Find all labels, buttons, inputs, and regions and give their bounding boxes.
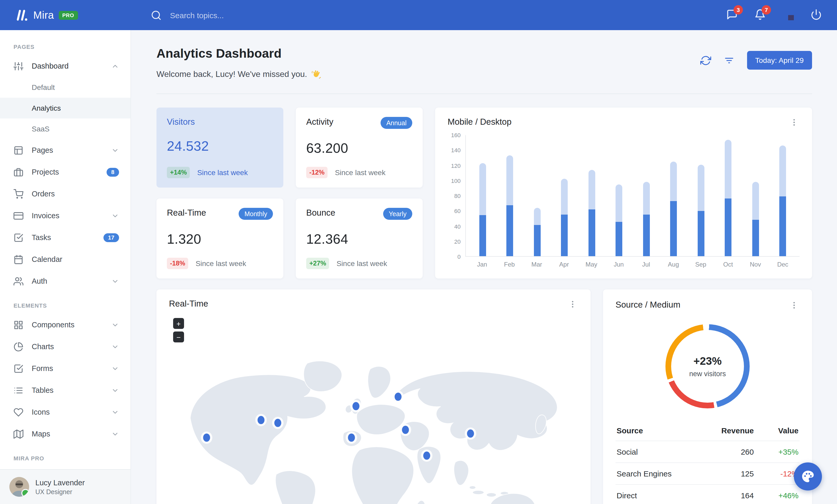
sidebar-item-tasks[interactable]: Tasks17 bbox=[0, 226, 130, 248]
map-marker-us-east[interactable] bbox=[272, 417, 284, 429]
bar-desktop-segment bbox=[752, 182, 759, 220]
bar-mobile-segment bbox=[725, 199, 732, 256]
main-content: Analytics Dashboard Welcome back, Lucy! … bbox=[131, 30, 837, 504]
x-tick-label: Aug bbox=[666, 261, 681, 268]
sidebar-item-tables[interactable]: Tables bbox=[0, 379, 130, 401]
sidebar-item-orders[interactable]: Orders bbox=[0, 183, 130, 205]
sidebar-item-label: Maps bbox=[32, 430, 111, 438]
filter-button[interactable] bbox=[724, 55, 734, 66]
bar-jan bbox=[479, 135, 486, 256]
map-marker-us-central[interactable] bbox=[255, 414, 267, 426]
x-tick-label: Mar bbox=[529, 261, 545, 268]
source-name: Search Engines bbox=[617, 469, 704, 478]
bar-mobile-segment bbox=[561, 214, 568, 256]
map-marker-russia[interactable] bbox=[392, 390, 404, 403]
x-tick-label: Nov bbox=[748, 261, 763, 268]
messages-button[interactable]: 3 bbox=[726, 9, 738, 21]
bar-mobile-segment bbox=[616, 222, 623, 256]
x-tick-label: Feb bbox=[502, 261, 517, 268]
chart-menu-button[interactable] bbox=[789, 117, 800, 128]
refresh-button[interactable] bbox=[700, 55, 711, 66]
more-vertical-icon bbox=[568, 300, 577, 309]
sidebar-item-label: Dashboard bbox=[32, 62, 111, 70]
sidebar-section-label-elements: ELEMENTS bbox=[0, 292, 130, 314]
x-tick-label: May bbox=[584, 261, 599, 268]
theme-settings-fab[interactable] bbox=[794, 463, 822, 490]
stat-period-badge[interactable]: Monthly bbox=[238, 208, 273, 220]
date-button[interactable]: Today: April 29 bbox=[747, 51, 812, 70]
x-tick-label: Dec bbox=[775, 261, 790, 268]
source-row-social: Social 260 +35% bbox=[616, 441, 800, 463]
sidebar-item-label: Pages bbox=[32, 146, 111, 154]
sidebar-item-pages[interactable]: Pages bbox=[0, 139, 130, 161]
bar-mobile-segment bbox=[479, 216, 486, 256]
sidebar-item-forms[interactable]: Forms bbox=[0, 357, 130, 379]
map-marker-us-west[interactable] bbox=[201, 431, 212, 444]
map-marker-turkey[interactable] bbox=[400, 424, 411, 436]
sidebar-item-charts[interactable]: Charts bbox=[0, 336, 130, 357]
palette-icon bbox=[801, 469, 815, 484]
map-zoom-controls: + − bbox=[173, 318, 184, 342]
avatar bbox=[10, 477, 29, 497]
check-square-icon bbox=[14, 232, 23, 242]
sidebar-subitem-analytics[interactable]: Analytics bbox=[0, 98, 130, 118]
source-menu-button[interactable] bbox=[789, 300, 800, 311]
chevron-down-icon bbox=[111, 365, 119, 372]
zoom-in-button[interactable]: + bbox=[173, 318, 184, 329]
map-marker-uk[interactable] bbox=[350, 400, 361, 412]
stat-card-visitors: Visitors 24.532 +14% Since last week bbox=[157, 108, 283, 188]
sign-out-button[interactable] bbox=[810, 9, 822, 21]
bar-desktop-segment bbox=[670, 162, 677, 201]
sidebar-item-projects[interactable]: Projects8 bbox=[0, 161, 130, 183]
global-search[interactable] bbox=[151, 10, 726, 20]
sidebar-item-icons[interactable]: Icons bbox=[0, 401, 130, 423]
stat-period-badge[interactable]: Yearly bbox=[383, 208, 412, 220]
bar-mobile-segment bbox=[698, 211, 705, 256]
bar-desktop-segment bbox=[588, 170, 595, 209]
stat-period-badge[interactable]: Annual bbox=[380, 117, 412, 129]
sidebar-subitem-default[interactable]: Default bbox=[0, 77, 130, 98]
bar-mobile-segment bbox=[588, 209, 595, 256]
sidebar-item-components[interactable]: Components bbox=[0, 314, 130, 336]
stat-caption: Since last week bbox=[197, 168, 248, 177]
brand[interactable]: Mira PRO bbox=[0, 7, 131, 23]
sidebar-item-calendar[interactable]: Calendar bbox=[0, 248, 130, 270]
map-marker-india[interactable] bbox=[421, 449, 432, 462]
notifications-button[interactable]: 7 bbox=[754, 9, 766, 21]
sidebar-item-auth[interactable]: Auth bbox=[0, 270, 130, 292]
sidebar-user[interactable]: Lucy Lavender UX Designer bbox=[0, 469, 130, 504]
stat-delta-badge: -12% bbox=[306, 167, 327, 178]
zoom-out-button[interactable]: − bbox=[173, 332, 184, 342]
language-button[interactable] bbox=[782, 9, 795, 21]
map-marker-spain[interactable] bbox=[346, 431, 357, 444]
map-marker-china[interactable] bbox=[465, 427, 476, 440]
stat-value: 63.200 bbox=[306, 140, 412, 156]
stat-value: 1.320 bbox=[167, 231, 273, 247]
sidebar-item-label: Tables bbox=[32, 386, 111, 394]
search-input[interactable] bbox=[169, 10, 337, 20]
sidebar-item-label: Invoices bbox=[32, 211, 111, 220]
list-icon bbox=[14, 385, 23, 395]
x-tick-label: Jul bbox=[638, 261, 654, 268]
x-tick-label: Sep bbox=[693, 261, 709, 268]
header-divider bbox=[157, 94, 812, 94]
chevron-down-icon bbox=[111, 146, 119, 154]
page-header: Analytics Dashboard Welcome back, Lucy! … bbox=[157, 45, 812, 81]
world-map[interactable]: + − bbox=[169, 312, 578, 504]
map-and-source-grid: Real-Time + − bbox=[157, 290, 812, 504]
sidebar-item-dashboard[interactable]: Dashboard bbox=[0, 55, 130, 77]
notifications-count-badge: 7 bbox=[762, 5, 771, 15]
sidebar-item-maps[interactable]: Maps bbox=[0, 423, 130, 445]
pie-chart-icon bbox=[14, 342, 23, 352]
chevron-down-icon bbox=[111, 343, 119, 351]
brand-name: Mira bbox=[33, 9, 54, 21]
sidebar-item-invoices[interactable]: Invoices bbox=[0, 205, 130, 226]
stat-caption: Since last week bbox=[195, 259, 246, 267]
sidebar-badge-projects: 8 bbox=[107, 168, 119, 176]
more-vertical-icon bbox=[790, 301, 799, 310]
chevron-up-icon bbox=[111, 62, 119, 70]
source-revenue: 164 bbox=[704, 491, 754, 500]
sidebar-section-label-mira-pro: MIRA PRO bbox=[0, 445, 130, 467]
sidebar-subitem-saas[interactable]: SaaS bbox=[0, 118, 130, 139]
map-menu-button[interactable] bbox=[567, 299, 578, 310]
